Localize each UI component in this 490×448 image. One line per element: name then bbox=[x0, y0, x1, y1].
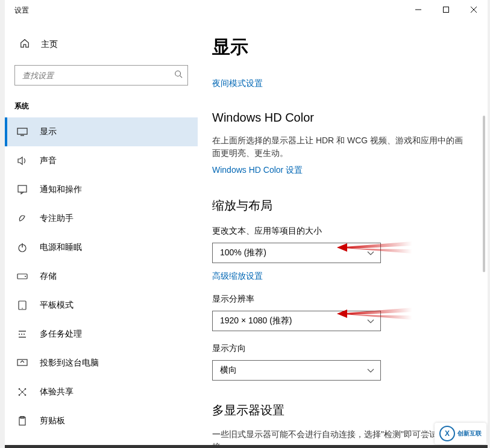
nav-project[interactable]: 投影到这台电脑 bbox=[5, 349, 198, 378]
search-icon bbox=[174, 70, 183, 81]
svg-point-21 bbox=[19, 394, 20, 396]
search-input[interactable] bbox=[14, 65, 188, 86]
shadow bbox=[5, 445, 488, 448]
nav-label: 专注助手 bbox=[40, 213, 74, 224]
search-field[interactable] bbox=[22, 71, 174, 80]
svg-point-22 bbox=[25, 394, 27, 396]
display-icon bbox=[17, 128, 28, 136]
window-controls bbox=[404, 0, 488, 19]
svg-point-23 bbox=[22, 391, 24, 393]
tablet-icon bbox=[17, 300, 28, 310]
resolution-value: 1920 × 1080 (推荐) bbox=[220, 316, 292, 326]
nav-label: 多任务处理 bbox=[40, 329, 82, 340]
hd-color-desc: 在上面所选择的显示器上让 HDR 和 WCG 视频、游戏和应用中的画面更明亮、更… bbox=[212, 134, 470, 160]
multi-icon bbox=[17, 329, 28, 339]
search-wrap bbox=[5, 58, 198, 90]
nav-label: 通知和操作 bbox=[40, 184, 82, 195]
nav-focus[interactable]: 专注助手 bbox=[5, 204, 198, 233]
close-button[interactable] bbox=[460, 0, 488, 19]
notif-icon bbox=[17, 185, 28, 194]
home-link[interactable]: 主页 bbox=[5, 31, 198, 58]
chevron-down-icon bbox=[367, 366, 374, 375]
maximize-button[interactable] bbox=[432, 0, 460, 19]
orientation-dropdown[interactable]: 横向 bbox=[212, 360, 381, 381]
settings-window: 设置 主页 bbox=[5, 0, 488, 445]
hd-color-title: Windows HD Color bbox=[212, 111, 470, 125]
nav-multitask[interactable]: 多任务处理 bbox=[5, 320, 198, 349]
nav-label: 声音 bbox=[40, 155, 57, 166]
nav-label: 显示 bbox=[40, 126, 57, 137]
page-title: 显示 bbox=[212, 35, 470, 60]
orientation-value: 横向 bbox=[220, 365, 237, 376]
resolution-label: 显示分辨率 bbox=[212, 294, 470, 305]
storage-icon bbox=[17, 273, 28, 279]
content-panel: 显示 夜间模式设置 Windows HD Color 在上面所选择的显示器上让 … bbox=[198, 20, 488, 445]
watermark-text: 创新互联 bbox=[457, 429, 482, 438]
advanced-scale-link[interactable]: 高级缩放设置 bbox=[212, 271, 263, 282]
svg-line-24 bbox=[20, 390, 22, 391]
svg-line-26 bbox=[20, 393, 22, 394]
home-icon bbox=[19, 38, 30, 51]
watermark: X 创新互联 bbox=[435, 423, 486, 444]
nav-display[interactable]: 显示 bbox=[5, 117, 198, 146]
resolution-dropdown[interactable]: 1920 × 1080 (推荐) bbox=[212, 311, 381, 331]
sound-icon bbox=[17, 156, 28, 166]
svg-line-5 bbox=[180, 76, 183, 78]
sidebar: 主页 系统 显示 声音 bbox=[5, 20, 198, 445]
night-mode-link[interactable]: 夜间模式设置 bbox=[212, 78, 263, 89]
nav-power[interactable]: 电源和睡眠 bbox=[5, 233, 198, 262]
svg-line-27 bbox=[23, 393, 25, 394]
svg-point-20 bbox=[25, 388, 27, 390]
watermark-icon: X bbox=[439, 426, 455, 441]
window-title: 设置 bbox=[14, 5, 29, 16]
scale-title: 缩放与布局 bbox=[212, 198, 470, 214]
nav-notifications[interactable]: 通知和操作 bbox=[5, 175, 198, 204]
nav-tablet[interactable]: 平板模式 bbox=[5, 291, 198, 320]
scale-label: 更改文本、应用等项目的大小 bbox=[212, 226, 470, 237]
home-label: 主页 bbox=[41, 39, 58, 50]
multi-monitor-desc: 一些旧式显示器可能不会进行自动连接，选择"检测"即可尝试手动连接。 bbox=[212, 428, 470, 445]
focus-icon bbox=[17, 214, 28, 223]
hd-color-link[interactable]: Windows HD Color 设置 bbox=[212, 165, 303, 176]
svg-rect-6 bbox=[17, 128, 27, 134]
nav-list: 显示 声音 通知和操作 专注助手 电源和睡眠 bbox=[5, 117, 198, 445]
share-icon bbox=[17, 387, 28, 397]
nav-share[interactable]: 体验共享 bbox=[5, 378, 198, 406]
nav-label: 存储 bbox=[40, 271, 57, 282]
nav-label: 平板模式 bbox=[40, 300, 74, 311]
clip-icon bbox=[17, 416, 28, 426]
project-icon bbox=[17, 359, 28, 367]
svg-rect-8 bbox=[18, 185, 27, 192]
orientation-label: 显示方向 bbox=[212, 343, 470, 354]
svg-point-19 bbox=[19, 388, 20, 390]
svg-point-4 bbox=[175, 71, 181, 76]
nav-label: 体验共享 bbox=[40, 387, 74, 397]
nav-sound[interactable]: 声音 bbox=[5, 146, 198, 175]
multi-monitor-title: 多显示器设置 bbox=[212, 402, 470, 418]
nav-label: 投影到这台电脑 bbox=[40, 358, 99, 369]
scale-dropdown[interactable]: 100% (推荐) bbox=[212, 243, 381, 263]
svg-rect-1 bbox=[444, 7, 449, 13]
section-label: 系统 bbox=[5, 90, 198, 117]
chevron-down-icon bbox=[367, 316, 374, 326]
nav-label: 剪贴板 bbox=[40, 415, 65, 426]
minimize-button[interactable] bbox=[404, 0, 432, 19]
nav-storage[interactable]: 存储 bbox=[5, 262, 198, 291]
scrollbar[interactable] bbox=[483, 116, 485, 272]
svg-point-14 bbox=[22, 308, 23, 309]
svg-line-25 bbox=[23, 390, 25, 391]
power-icon bbox=[17, 243, 28, 252]
nav-clipboard[interactable]: 剪贴板 bbox=[5, 406, 198, 435]
scale-value: 100% (推荐) bbox=[220, 247, 266, 258]
svg-point-12 bbox=[25, 276, 26, 277]
nav-label: 电源和睡眠 bbox=[40, 242, 82, 253]
window-body: 主页 系统 显示 声音 bbox=[5, 20, 488, 445]
chevron-down-icon bbox=[367, 248, 374, 258]
